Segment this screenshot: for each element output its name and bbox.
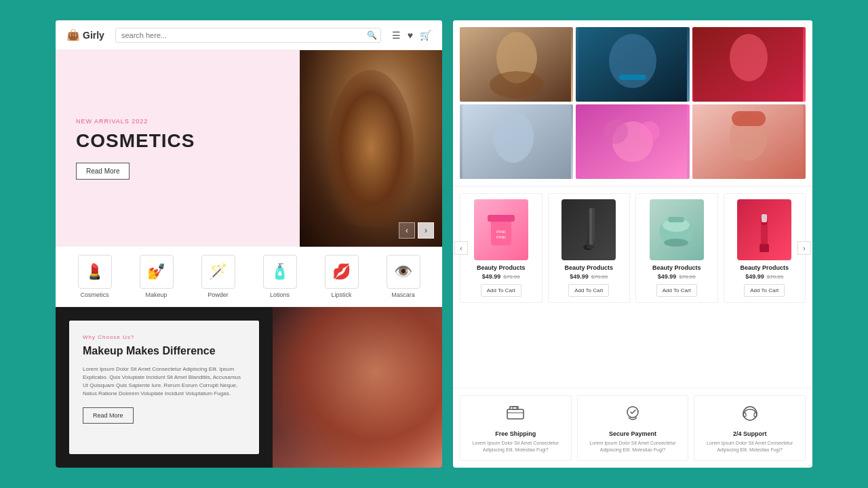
category-makeup[interactable]: 💅 Makeup bbox=[128, 255, 184, 298]
gallery-item-3 bbox=[692, 27, 806, 102]
carousel-prev-button[interactable]: ‹ bbox=[399, 222, 415, 239]
products-slider-next[interactable]: › bbox=[797, 241, 811, 255]
svg-rect-17 bbox=[732, 111, 766, 126]
svg-point-2 bbox=[490, 71, 544, 98]
lotions-label: Lotions bbox=[270, 291, 290, 298]
features-section: Free Shipping Lorem Ipsum Dolor Sit Amet… bbox=[453, 388, 812, 468]
product-old-price-3: $79.99 bbox=[679, 274, 695, 280]
support-icon bbox=[739, 403, 761, 428]
gallery-item-1 bbox=[460, 27, 573, 102]
left-panel: 👜 Girly 🔍 ☰ ♥ 🛒 NEW ARRIVALS 2022 COSMET… bbox=[56, 20, 442, 468]
hero-section: NEW ARRIVALS 2022 COSMETICS Read More ‹ … bbox=[56, 50, 442, 247]
add-to-cart-2[interactable]: Add To Cart bbox=[568, 284, 609, 297]
logo: 👜 Girly bbox=[66, 28, 104, 41]
svg-rect-34 bbox=[762, 214, 767, 222]
feature-shipping: Free Shipping Lorem Ipsum Dolor Sit Amet… bbox=[460, 395, 572, 461]
add-to-cart-1[interactable]: Add To Cart bbox=[481, 284, 521, 297]
product-name-4: Beauty Products bbox=[740, 264, 789, 271]
powder-icon: 🪄 bbox=[201, 255, 235, 289]
svg-point-13 bbox=[604, 119, 628, 144]
product-price-row-4: $49.99 $79.99 bbox=[745, 273, 783, 280]
support-text: Lorem Ipsum Dolor Sit Amet Consectetur A… bbox=[700, 440, 800, 453]
support-title: 2/4 Support bbox=[733, 430, 767, 437]
promo-background-image bbox=[273, 307, 442, 468]
gallery-item-5 bbox=[576, 104, 689, 179]
hero-image: ‹ › bbox=[300, 50, 442, 247]
svg-rect-35 bbox=[507, 409, 524, 419]
logo-icon: 👜 bbox=[66, 28, 80, 41]
header-icons: ☰ ♥ 🛒 bbox=[392, 30, 431, 41]
category-mascara[interactable]: 👁️ Mascara bbox=[375, 255, 431, 298]
svg-rect-5 bbox=[619, 75, 646, 80]
svg-point-7 bbox=[730, 34, 768, 81]
gallery-grid bbox=[453, 20, 812, 186]
products-slider-prev[interactable]: ‹ bbox=[454, 241, 468, 255]
gallery-img-3 bbox=[692, 27, 806, 102]
gallery-img-4 bbox=[460, 104, 573, 179]
payment-title: Secure Payment bbox=[609, 430, 656, 437]
svg-rect-29 bbox=[668, 217, 684, 222]
products-section: ‹ PINK PINK Beauty Products $49.99 bbox=[453, 186, 812, 310]
svg-point-26 bbox=[587, 245, 595, 249]
products-slider: PINK PINK Beauty Products $49.99 $79.99 … bbox=[460, 193, 806, 303]
hero-model-visual bbox=[300, 50, 442, 247]
svg-rect-19 bbox=[488, 215, 515, 222]
hero-tag: NEW ARRIVALS 2022 bbox=[76, 118, 279, 125]
promo-tag: Why Choose Us? bbox=[83, 334, 245, 340]
payment-icon bbox=[622, 403, 644, 428]
hero-text-area: NEW ARRIVALS 2022 COSMETICS Read More bbox=[56, 50, 300, 247]
product-price-2: $49.99 bbox=[570, 273, 589, 280]
shipping-text: Lorem Ipsum Dolor Sit Amet Consectetur A… bbox=[466, 440, 566, 453]
carousel-arrows: ‹ › bbox=[399, 222, 434, 239]
product-image-1: PINK PINK bbox=[474, 199, 528, 260]
logo-text: Girly bbox=[83, 30, 104, 41]
add-to-cart-4[interactable]: Add To Cart bbox=[744, 284, 785, 297]
product-old-price-2: $79.99 bbox=[591, 274, 608, 280]
svg-point-30 bbox=[664, 239, 688, 247]
lipstick-label: Lipstick bbox=[331, 291, 351, 298]
product-name-1: Beauty Products bbox=[477, 264, 526, 271]
product-name-3: Beauty Products bbox=[652, 264, 701, 271]
category-lotions[interactable]: 🧴 Lotions bbox=[252, 255, 308, 298]
product-card-2: Beauty Products $49.99 $79.99 Add To Car… bbox=[548, 193, 631, 303]
lotions-icon: 🧴 bbox=[263, 255, 297, 289]
wishlist-icon[interactable]: ♥ bbox=[408, 30, 413, 41]
category-powder[interactable]: 🪄 Powder bbox=[190, 255, 246, 298]
hero-read-more-button[interactable]: Read More bbox=[76, 163, 130, 180]
cart-icon[interactable]: 🛒 bbox=[420, 30, 431, 41]
product-price-row-3: $49.99 $79.99 bbox=[658, 273, 696, 280]
svg-text:PINK: PINK bbox=[496, 230, 506, 234]
search-icon: 🔍 bbox=[367, 30, 377, 40]
add-to-cart-3[interactable]: Add To Cart bbox=[656, 284, 697, 297]
svg-rect-33 bbox=[760, 244, 769, 252]
shipping-icon bbox=[505, 403, 526, 428]
cosmetics-label: Cosmetics bbox=[80, 291, 108, 298]
categories-bar: 💄 Cosmetics 💅 Makeup 🪄 Powder 🧴 Lotions … bbox=[56, 247, 442, 307]
promo-title: Makeup Makes Difference bbox=[83, 344, 245, 359]
right-panel: ‹ PINK PINK Beauty Products $49.99 bbox=[453, 20, 812, 468]
product-visual-3 bbox=[650, 199, 704, 260]
feature-payment: Secure Payment Lorem Ipsum Dolor Sit Ame… bbox=[577, 395, 689, 461]
promo-read-more-button[interactable]: Read More bbox=[83, 407, 134, 424]
product-price-1: $49.99 bbox=[482, 273, 501, 280]
product-image-4 bbox=[737, 199, 791, 260]
product-image-2 bbox=[561, 199, 616, 260]
header: 👜 Girly 🔍 ☰ ♥ 🛒 bbox=[56, 20, 442, 50]
gallery-item-2 bbox=[576, 27, 689, 102]
product-old-price-1: $79.99 bbox=[503, 274, 519, 280]
cosmetics-icon: 💄 bbox=[78, 255, 112, 289]
category-lipstick[interactable]: 💋 Lipstick bbox=[313, 255, 370, 298]
category-cosmetics[interactable]: 💄 Cosmetics bbox=[66, 255, 123, 298]
gallery-item-4 bbox=[460, 104, 573, 179]
product-price-row-2: $49.99 $79.99 bbox=[570, 273, 608, 280]
powder-label: Powder bbox=[208, 291, 229, 298]
nav-menu-icon[interactable]: ☰ bbox=[392, 30, 401, 41]
search-input[interactable] bbox=[115, 28, 381, 43]
lipstick-icon: 💋 bbox=[325, 255, 359, 289]
carousel-next-button[interactable]: › bbox=[418, 222, 434, 239]
search-button[interactable]: 🔍 bbox=[367, 30, 377, 40]
svg-text:PINK: PINK bbox=[496, 235, 506, 239]
gallery-img-2 bbox=[576, 27, 689, 102]
mascara-label: Mascara bbox=[391, 291, 415, 298]
promo-text: Lorem Ipsum Dolor Sit Amet Consectetur A… bbox=[83, 365, 245, 398]
